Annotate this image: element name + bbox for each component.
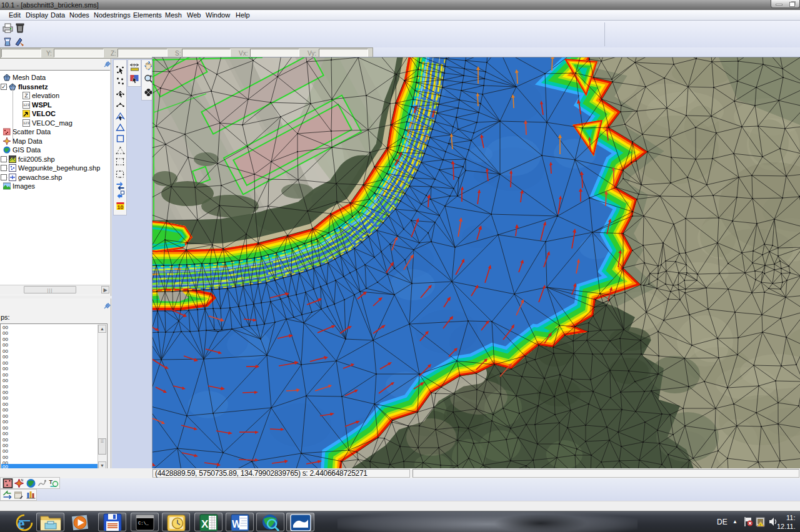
svg-text:W: W [232,519,242,530]
svg-text:C:\_: C:\_ [138,521,149,526]
svg-text:e: e [18,515,25,532]
svg-text:N: N [21,478,24,482]
svg-text:T: T [49,479,53,485]
svg-text:X: X [201,518,209,530]
svg-text:10: 10 [118,204,124,210]
svg-text:?: ? [133,62,136,68]
